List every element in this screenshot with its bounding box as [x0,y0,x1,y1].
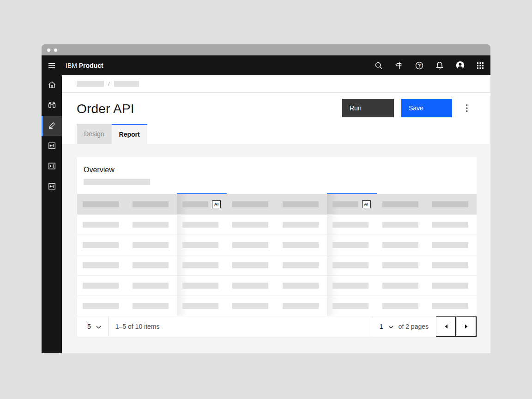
table-cell [277,215,327,235]
tab-design[interactable]: Design [77,124,112,144]
table-header-cell[interactable] [277,193,327,214]
table-header-cell[interactable] [427,193,477,214]
sidebar-item-panel-3[interactable] [42,177,62,197]
table-cell [327,255,377,275]
header-skeleton [283,201,319,207]
table-header-cell[interactable] [77,193,127,214]
cell-skeleton [432,242,468,248]
page-number-select[interactable]: 1 of 2 pages [372,316,436,337]
table-cell [327,296,377,316]
ai-label-badge[interactable]: AI [362,200,371,208]
sidebar-item-edit[interactable] [42,116,62,136]
binoculars-icon [48,101,56,111]
cell-skeleton [182,303,218,309]
chevron-down-icon [388,323,393,330]
cell-skeleton [283,283,319,289]
table-cell [127,296,177,316]
table-row[interactable] [77,296,477,316]
main-area: / Order API Run Save Design Report [62,75,490,353]
window-control-dot[interactable] [54,48,57,52]
table-header-cell-ai[interactable]: AI [327,193,377,214]
table-header-cell-ai[interactable]: AI [177,193,227,214]
hamburger-menu-icon[interactable] [42,55,62,75]
table-row[interactable] [77,275,477,296]
previous-page-button[interactable] [436,316,456,337]
table-cell [377,235,427,255]
overview-title: Overview [84,166,477,174]
table-header-cell[interactable] [127,193,177,214]
cell-skeleton [182,222,218,228]
cell-skeleton [432,262,468,268]
cell-skeleton [232,242,268,248]
table-cell [277,296,327,316]
table-cell [127,235,177,255]
items-range-text: 1–5 of 10 items [109,323,160,330]
tab-report[interactable]: Report [112,124,147,144]
table-header-cell[interactable] [227,193,277,214]
table-row[interactable] [77,214,477,235]
cell-skeleton [133,303,169,309]
cell-skeleton [382,262,418,268]
header-skeleton [83,201,119,207]
breadcrumb-skeleton[interactable] [77,81,104,87]
cell-skeleton [382,222,418,228]
overview-header: Overview [77,157,477,193]
cell-skeleton [432,222,468,228]
header-skeleton [133,201,169,207]
table-cell [427,235,477,255]
table-cell [127,255,177,275]
table-cell [377,276,427,296]
ai-label-badge[interactable]: AI [212,200,221,208]
milepost-icon[interactable] [389,55,409,75]
cell-skeleton [83,262,119,268]
sidebar-item-panel-2[interactable] [42,157,62,177]
sidebar-item-home[interactable] [42,75,62,96]
overflow-menu-icon[interactable] [463,99,471,117]
caret-left-icon [444,323,448,330]
cell-skeleton [133,262,169,268]
cell-skeleton [182,242,218,248]
caret-right-icon [465,323,468,330]
page-size-select[interactable]: 5 [77,316,109,337]
notifications-icon[interactable] [429,55,450,75]
cell-skeleton [283,242,319,248]
page-number-value: 1 [380,323,383,330]
sidebar-item-explore[interactable] [42,96,62,116]
run-button[interactable]: Run [342,99,394,117]
cell-skeleton [232,222,268,228]
table-cell [277,276,327,296]
header-skeleton [232,201,268,207]
app-brand[interactable]: IBM Product [66,62,103,69]
panel-left-icon [48,141,56,152]
table-header-row: AIAI [77,193,477,214]
panel-left-icon [48,182,56,193]
save-button[interactable]: Save [401,99,452,117]
overview-table: AIAI [77,193,477,316]
table-cell [177,255,227,275]
help-icon[interactable]: ? [409,55,429,75]
cell-skeleton [432,283,468,289]
table-cell [177,235,227,255]
app-switcher-icon[interactable] [470,55,490,75]
table-cell [127,215,177,235]
header-skeleton [182,201,208,207]
window-control-dot[interactable] [47,48,50,52]
cell-skeleton [283,303,319,309]
table-row[interactable] [77,235,477,255]
browser-titlebar [42,44,490,55]
pages-count-text: of 2 pages [399,323,429,330]
side-nav [42,75,62,353]
cell-skeleton [133,242,169,248]
breadcrumb-skeleton[interactable] [114,81,139,87]
table-row[interactable] [77,255,477,275]
search-icon[interactable] [369,55,389,75]
tab-bar: Design Report [77,124,147,144]
cell-skeleton [133,222,169,228]
sidebar-item-panel-1[interactable] [42,136,62,157]
next-page-button[interactable] [456,316,477,337]
table-cell [277,235,327,255]
cell-skeleton [232,262,268,268]
user-avatar-icon[interactable] [450,55,470,75]
table-header-cell[interactable] [377,193,427,214]
table-cell [127,276,177,296]
